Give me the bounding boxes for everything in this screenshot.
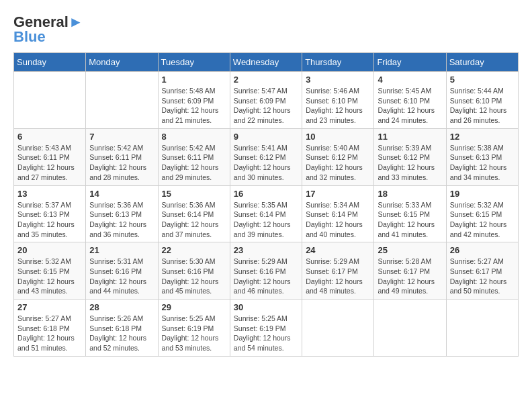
weekday-header-tuesday: Tuesday [158, 53, 230, 72]
logo: General► Blue [13, 13, 83, 46]
calendar-cell: 23Sunrise: 5:29 AM Sunset: 6:16 PM Dayli… [230, 242, 302, 300]
week-row-1: 1Sunrise: 5:48 AM Sunset: 6:09 PM Daylig… [14, 72, 519, 129]
calendar-cell: 26Sunrise: 5:27 AM Sunset: 6:17 PM Dayli… [446, 242, 518, 300]
calendar-cell: 16Sunrise: 5:35 AM Sunset: 6:14 PM Dayli… [230, 185, 302, 242]
calendar-cell: 30Sunrise: 5:25 AM Sunset: 6:19 PM Dayli… [230, 300, 302, 357]
calendar-cell [14, 72, 86, 129]
day-number: 16 [234, 189, 298, 199]
calendar-cell [374, 300, 446, 357]
day-number: 26 [450, 245, 515, 255]
day-info: Sunrise: 5:31 AM Sunset: 6:16 PM Dayligh… [89, 257, 154, 296]
calendar-cell: 14Sunrise: 5:36 AM Sunset: 6:13 PM Dayli… [86, 185, 158, 242]
calendar-cell: 6Sunrise: 5:43 AM Sunset: 6:11 PM Daylig… [14, 128, 86, 185]
day-number: 17 [306, 189, 370, 199]
day-number: 11 [378, 132, 442, 142]
day-info: Sunrise: 5:40 AM Sunset: 6:12 PM Dayligh… [306, 143, 370, 183]
calendar-cell: 3Sunrise: 5:46 AM Sunset: 6:10 PM Daylig… [302, 72, 374, 129]
calendar-cell [86, 72, 158, 129]
calendar-cell [446, 300, 518, 357]
calendar-cell: 25Sunrise: 5:28 AM Sunset: 6:17 PM Dayli… [374, 242, 446, 300]
day-info: Sunrise: 5:36 AM Sunset: 6:14 PM Dayligh… [162, 200, 226, 240]
day-number: 5 [450, 75, 515, 85]
day-info: Sunrise: 5:36 AM Sunset: 6:13 PM Dayligh… [89, 200, 154, 240]
day-info: Sunrise: 5:33 AM Sunset: 6:15 PM Dayligh… [378, 200, 442, 240]
weekday-header-thursday: Thursday [302, 53, 374, 72]
week-row-3: 13Sunrise: 5:37 AM Sunset: 6:13 PM Dayli… [14, 185, 519, 242]
weekday-header-saturday: Saturday [446, 53, 518, 72]
day-number: 23 [234, 245, 298, 255]
calendar-cell: 27Sunrise: 5:27 AM Sunset: 6:18 PM Dayli… [14, 300, 86, 357]
calendar-cell: 29Sunrise: 5:25 AM Sunset: 6:19 PM Dayli… [158, 300, 230, 357]
day-number: 4 [378, 75, 442, 85]
day-info: Sunrise: 5:47 AM Sunset: 6:09 PM Dayligh… [234, 86, 298, 126]
day-info: Sunrise: 5:29 AM Sunset: 6:16 PM Dayligh… [234, 257, 298, 296]
day-info: Sunrise: 5:44 AM Sunset: 6:10 PM Dayligh… [450, 86, 515, 126]
day-number: 14 [89, 189, 154, 199]
day-info: Sunrise: 5:27 AM Sunset: 6:18 PM Dayligh… [17, 314, 82, 353]
day-number: 27 [17, 302, 82, 312]
day-info: Sunrise: 5:25 AM Sunset: 6:19 PM Dayligh… [234, 314, 298, 353]
day-info: Sunrise: 5:42 AM Sunset: 6:11 PM Dayligh… [162, 143, 226, 183]
day-number: 29 [162, 302, 226, 312]
day-info: Sunrise: 5:39 AM Sunset: 6:12 PM Dayligh… [378, 143, 442, 183]
day-info: Sunrise: 5:42 AM Sunset: 6:11 PM Dayligh… [89, 143, 154, 183]
day-number: 3 [306, 75, 370, 85]
day-info: Sunrise: 5:35 AM Sunset: 6:14 PM Dayligh… [234, 200, 298, 240]
day-info: Sunrise: 5:32 AM Sunset: 6:15 PM Dayligh… [17, 257, 82, 296]
calendar-cell: 5Sunrise: 5:44 AM Sunset: 6:10 PM Daylig… [446, 72, 518, 129]
day-info: Sunrise: 5:26 AM Sunset: 6:18 PM Dayligh… [89, 314, 154, 353]
day-number: 12 [450, 132, 515, 142]
weekday-header-sunday: Sunday [14, 53, 86, 72]
day-number: 24 [306, 245, 370, 255]
day-number: 8 [162, 132, 226, 142]
calendar-cell: 9Sunrise: 5:41 AM Sunset: 6:12 PM Daylig… [230, 128, 302, 185]
calendar-cell: 1Sunrise: 5:48 AM Sunset: 6:09 PM Daylig… [158, 72, 230, 129]
calendar-cell [302, 300, 374, 357]
day-number: 7 [89, 132, 154, 142]
calendar-cell: 22Sunrise: 5:30 AM Sunset: 6:16 PM Dayli… [158, 242, 230, 300]
day-number: 30 [234, 302, 298, 312]
day-info: Sunrise: 5:41 AM Sunset: 6:12 PM Dayligh… [234, 143, 298, 183]
day-number: 9 [234, 132, 298, 142]
calendar-cell: 11Sunrise: 5:39 AM Sunset: 6:12 PM Dayli… [374, 128, 446, 185]
day-info: Sunrise: 5:45 AM Sunset: 6:10 PM Dayligh… [378, 86, 442, 126]
day-number: 19 [450, 189, 515, 199]
header-row: SundayMondayTuesdayWednesdayThursdayFrid… [14, 53, 519, 72]
weekday-header-wednesday: Wednesday [230, 53, 302, 72]
day-info: Sunrise: 5:38 AM Sunset: 6:13 PM Dayligh… [450, 143, 515, 183]
week-row-4: 20Sunrise: 5:32 AM Sunset: 6:15 PM Dayli… [14, 242, 519, 300]
calendar-cell: 10Sunrise: 5:40 AM Sunset: 6:12 PM Dayli… [302, 128, 374, 185]
day-info: Sunrise: 5:30 AM Sunset: 6:16 PM Dayligh… [162, 257, 226, 296]
calendar-cell: 2Sunrise: 5:47 AM Sunset: 6:09 PM Daylig… [230, 72, 302, 129]
day-number: 22 [162, 245, 226, 255]
calendar-cell: 28Sunrise: 5:26 AM Sunset: 6:18 PM Dayli… [86, 300, 158, 357]
day-info: Sunrise: 5:27 AM Sunset: 6:17 PM Dayligh… [450, 257, 515, 296]
day-number: 15 [162, 189, 226, 199]
day-number: 2 [234, 75, 298, 85]
day-info: Sunrise: 5:25 AM Sunset: 6:19 PM Dayligh… [162, 314, 226, 353]
logo-blue: Blue [13, 28, 46, 46]
calendar-cell: 18Sunrise: 5:33 AM Sunset: 6:15 PM Dayli… [374, 185, 446, 242]
weekday-header-monday: Monday [86, 53, 158, 72]
calendar-cell: 13Sunrise: 5:37 AM Sunset: 6:13 PM Dayli… [14, 185, 86, 242]
header: General► Blue [13, 13, 519, 46]
day-number: 6 [17, 132, 82, 142]
weekday-header-friday: Friday [374, 53, 446, 72]
day-info: Sunrise: 5:34 AM Sunset: 6:14 PM Dayligh… [306, 200, 370, 240]
calendar-cell: 21Sunrise: 5:31 AM Sunset: 6:16 PM Dayli… [86, 242, 158, 300]
day-info: Sunrise: 5:32 AM Sunset: 6:15 PM Dayligh… [450, 200, 515, 240]
day-info: Sunrise: 5:48 AM Sunset: 6:09 PM Dayligh… [162, 86, 226, 126]
calendar-cell: 24Sunrise: 5:29 AM Sunset: 6:17 PM Dayli… [302, 242, 374, 300]
day-info: Sunrise: 5:29 AM Sunset: 6:17 PM Dayligh… [306, 257, 370, 296]
week-row-2: 6Sunrise: 5:43 AM Sunset: 6:11 PM Daylig… [14, 128, 519, 185]
calendar-cell: 7Sunrise: 5:42 AM Sunset: 6:11 PM Daylig… [86, 128, 158, 185]
calendar-cell: 4Sunrise: 5:45 AM Sunset: 6:10 PM Daylig… [374, 72, 446, 129]
day-number: 1 [162, 75, 226, 85]
day-info: Sunrise: 5:28 AM Sunset: 6:17 PM Dayligh… [378, 257, 442, 296]
day-info: Sunrise: 5:46 AM Sunset: 6:10 PM Dayligh… [306, 86, 370, 126]
calendar-cell: 8Sunrise: 5:42 AM Sunset: 6:11 PM Daylig… [158, 128, 230, 185]
calendar-cell: 17Sunrise: 5:34 AM Sunset: 6:14 PM Dayli… [302, 185, 374, 242]
week-row-5: 27Sunrise: 5:27 AM Sunset: 6:18 PM Dayli… [14, 300, 519, 357]
day-number: 18 [378, 189, 442, 199]
day-number: 13 [17, 189, 82, 199]
